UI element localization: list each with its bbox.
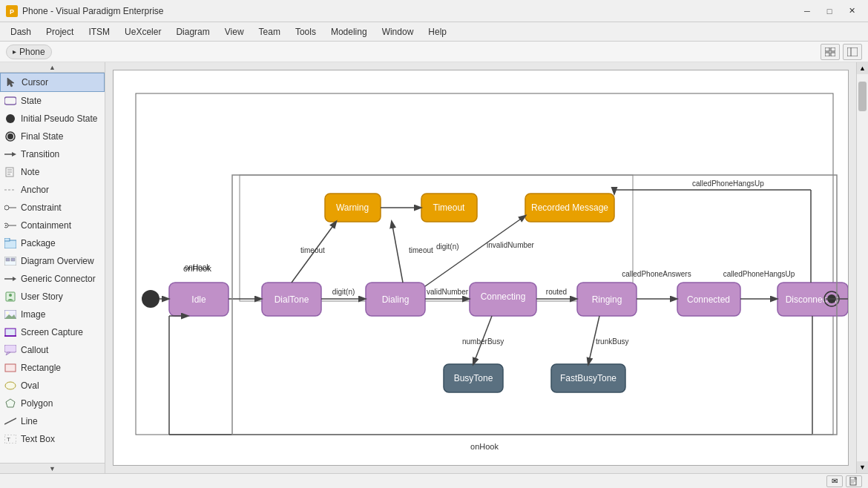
breadcrumb-label: Phone [19,47,45,57]
sidebar-item-screen-capture[interactable]: Screen Capture [0,323,105,341]
sidebar-label-package: Package [21,238,56,248]
svg-point-35 [6,311,9,314]
svg-text:T: T [7,436,10,443]
sidebar-item-state[interactable]: State [0,92,105,110]
sidebar-label-generic-connector: Generic Connector [21,274,96,284]
breadcrumb-icon: ▸ [13,47,16,56]
containment-icon [4,220,16,231]
sidebar-label-line: Line [21,416,38,426]
svg-rect-2 [825,47,829,51]
menu-itsm[interactable]: ITSM [81,24,117,39]
svg-marker-8 [7,78,14,87]
sidebar-label-image: Image [21,309,45,320]
sidebar-item-user-story[interactable]: User Story [0,288,105,306]
sidebar-item-line[interactable]: Line [0,412,105,430]
svg-point-12 [7,133,13,139]
svg-text:numberBusy: numberBusy [462,337,504,346]
svg-point-42 [5,382,16,389]
svg-line-44 [4,418,16,424]
right-scrollbar[interactable]: ▲ ▼ [856,62,868,473]
svg-text:routed: routed [546,288,567,296]
sidebar-item-polygon[interactable]: Polygon [0,395,105,412]
sidebar-item-image[interactable]: Image [0,306,105,323]
sidebar-label-initial-pseudo-state: Initial Pseudo State [21,113,97,124]
breadcrumb[interactable]: ▸ Phone [6,44,52,59]
menu-dash[interactable]: Dash [3,24,39,39]
canvas-area[interactable]: Idle onHook DialTone Dialing digit(n) [105,62,856,473]
sidebar-item-diagram-overview[interactable]: Diagram Overview [0,252,105,270]
package-icon [4,237,16,249]
initial-pseudo-state-icon [4,113,16,125]
menu-tools[interactable]: Tools [288,24,323,39]
panel-scroll-up[interactable]: ▲ [0,62,105,73]
menu-window[interactable]: Window [375,24,421,39]
svg-text:Ringing: Ringing [592,294,622,305]
sidebar-item-oval[interactable]: Oval [0,377,105,395]
svg-rect-6 [847,47,858,56]
final-state-icon [4,131,16,142]
menu-project[interactable]: Project [39,24,81,39]
svg-text:Connecting: Connecting [481,291,526,302]
sidebar-item-callout[interactable]: Callout [0,341,105,359]
menu-team[interactable]: Team [251,24,288,39]
sidebar-label-user-story: User Story [21,291,63,302]
generic-connector-icon [4,273,16,285]
svg-marker-31 [13,277,16,281]
sidebar-label-rectangle: Rectangle [21,363,61,373]
sidebar-item-constraint[interactable]: Constraint [0,199,105,217]
window-title: Phone - Visual Paradigm Enterprise [22,6,797,16]
state-icon [4,95,16,107]
doc-icon [849,477,858,486]
menu-diagram[interactable]: Diagram [168,24,217,39]
menu-uexceler[interactable]: UeXceler [117,24,168,39]
menu-help[interactable]: Help [421,24,454,39]
svg-point-20 [4,205,9,210]
sidebar-item-rectangle[interactable]: Rectangle [0,359,105,377]
rectangle-icon [4,362,16,374]
sidebar-label-oval: Oval [21,380,39,391]
sidebar-item-note[interactable]: Note [0,163,105,181]
sidebar-item-package[interactable]: Package [0,234,105,252]
svg-text:digit(n): digit(n) [436,243,459,251]
screen-capture-icon [4,326,16,338]
svg-rect-28 [6,258,10,261]
sidebar-label-note: Note [21,167,39,177]
callout-icon [4,344,16,356]
diagram-svg: Idle onHook DialTone Dialing digit(n) [114,70,848,465]
sidebar-item-text-box[interactable]: T Text Box [0,430,105,448]
sidebar-label-transition: Transition [21,149,59,159]
svg-text:Idle: Idle [191,294,206,305]
sidebar-item-generic-connector[interactable]: Generic Connector [0,270,105,288]
sidebar-item-containment[interactable]: Containment [0,217,105,234]
panel-button[interactable] [843,44,862,60]
close-button[interactable]: ✕ [841,4,862,19]
sidebar-label-final-state: Final State [21,131,63,142]
sidebar-item-final-state[interactable]: Final State [0,128,105,145]
anchor-icon [4,184,16,196]
sidebar-item-initial-pseudo-state[interactable]: Initial Pseudo State [0,110,105,128]
sidebar-item-anchor[interactable]: Anchor [0,181,105,199]
sidebar-item-transition[interactable]: Transition [0,145,105,163]
diagram-view-button[interactable] [821,44,840,60]
svg-text:timeout: timeout [409,246,433,254]
diagram-canvas[interactable]: Idle onHook DialTone Dialing digit(n) [113,70,849,466]
svg-text:P: P [10,8,14,16]
email-status-button[interactable]: ✉ [826,475,843,487]
svg-rect-37 [5,329,16,336]
maximize-button[interactable]: □ [819,4,840,19]
svg-text:Timeout: Timeout [433,202,466,213]
window-controls: ─ □ ✕ [797,4,862,19]
svg-text:FastBusyTone: FastBusyTone [560,373,617,383]
panel-scroll-down[interactable]: ▼ [0,463,105,473]
doc-status-button[interactable] [846,475,862,487]
polygon-icon [4,398,16,409]
svg-point-33 [9,294,12,297]
svg-text:onHook: onHook [185,263,211,271]
svg-marker-40 [6,352,10,355]
minimize-button[interactable]: ─ [797,4,818,19]
menu-view[interactable]: View [217,24,251,39]
email-icon: ✉ [832,477,838,485]
sidebar-item-cursor[interactable]: Cursor [0,73,105,92]
menu-modeling[interactable]: Modeling [323,24,375,39]
sidebar-label-callout: Callout [21,345,48,355]
